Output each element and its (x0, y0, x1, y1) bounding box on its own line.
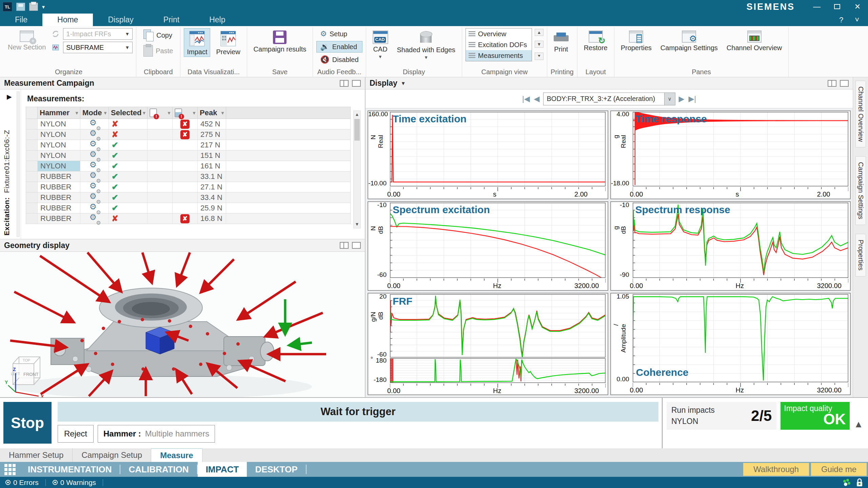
save-icon[interactable] (16, 3, 25, 11)
measurement-row[interactable]: NYLON⚙⚙✔151 N (26, 150, 351, 161)
collapse-bar-icon[interactable]: ▲ (854, 419, 866, 430)
measurement-row[interactable]: RUBBER⚙⚙✘✘16.8 N (26, 214, 351, 224)
measurement-row[interactable]: RUBBER⚙⚙✔27.1 N (26, 182, 351, 192)
maximize-button[interactable] (834, 4, 840, 9)
tab-file[interactable]: File (0, 14, 42, 26)
channel-overview-pane-button[interactable]: Channel Overview (724, 28, 785, 53)
maximize-panel-icon[interactable] (352, 80, 361, 87)
tab-display[interactable]: Display (93, 14, 148, 26)
workbook-grid-icon[interactable] (0, 462, 20, 477)
tab-campaign-setup[interactable]: Campaign Setup (73, 448, 151, 462)
selector-dropdown-icon[interactable]: ∨ (664, 93, 675, 105)
maximize-panel-icon[interactable] (840, 80, 849, 87)
collapse-ribbon-icon[interactable]: ˅ (855, 16, 859, 24)
column-header-overload-warning[interactable]: ▾ (147, 107, 173, 119)
section-combo[interactable]: SUBFRAME▼ (63, 42, 133, 53)
scroll-down-icon[interactable]: ▼ (535, 41, 544, 48)
audio-disabled-button[interactable]: 🔇 Disabled (316, 54, 362, 65)
minimize-button[interactable]: — (812, 2, 822, 11)
measurement-row[interactable]: NYLON⚙⚙✘✘452 N (26, 119, 351, 129)
copy-button[interactable]: Copy (140, 28, 177, 42)
dock-panel-icon[interactable] (340, 242, 349, 249)
close-button[interactable]: ✕ (852, 2, 863, 11)
expander-icon[interactable]: ▶ (7, 93, 12, 101)
selected-check-icon[interactable]: ✔ (112, 203, 118, 213)
selected-check-icon[interactable]: ✔ (112, 182, 118, 192)
last-function-button[interactable]: ▶| (688, 95, 697, 103)
section-impact[interactable]: IMPACT (198, 462, 247, 477)
tab-home[interactable]: Home (42, 14, 93, 26)
cad-button[interactable]: CAD ▼ (370, 28, 391, 61)
new-section-button[interactable]: + New Section (5, 28, 49, 52)
column-header-selected[interactable]: Selected▾ (109, 107, 147, 119)
measurement-row[interactable]: RUBBER⚙⚙✔33.4 N (26, 192, 351, 203)
properties-pane-button[interactable]: Properties (618, 28, 655, 53)
selected-cross-icon[interactable]: ✘ (112, 119, 118, 129)
column-header-mode[interactable]: Mode▾ (80, 107, 109, 119)
measurement-row[interactable]: RUBBER⚙⚙✔33.1 N (26, 171, 351, 182)
audio-setup-button[interactable]: ⚙ Setup (316, 28, 362, 40)
stop-button[interactable]: Stop (3, 402, 52, 444)
help-icon[interactable]: ? (839, 16, 843, 24)
hammer-field[interactable]: Hammer : Multiple hammers (98, 425, 215, 443)
function-selector[interactable]: BODY:FR_TRX_3:+Z (Acceleration) ∨ (543, 93, 675, 105)
scroll-up-icon[interactable]: ▲ (354, 111, 360, 118)
preview-view-button[interactable]: Preview (213, 28, 243, 57)
previous-function-button[interactable]: ◀ (533, 95, 540, 103)
dock-panel-icon[interactable] (828, 80, 836, 87)
first-function-button[interactable]: |◀ (521, 95, 531, 103)
measurement-row[interactable]: NYLON⚙⚙✘✘275 N (26, 129, 351, 140)
campaign-settings-pane-button[interactable]: Campaign Settings (657, 28, 721, 53)
column-header-quality-warning[interactable]: ▾ (173, 107, 198, 119)
audio-enabled-button[interactable]: 🔉 Enabled (316, 41, 362, 53)
selected-check-icon[interactable]: ✔ (112, 140, 118, 150)
walkthrough-button[interactable]: Walkthrough (743, 463, 809, 476)
next-function-button[interactable]: ▶ (678, 95, 685, 103)
measurement-row[interactable]: RUBBER⚙⚙✔25.9 N (26, 203, 351, 214)
guide-me-button[interactable]: Guide me (811, 463, 867, 476)
frf-section-combo[interactable]: 1-Impact FRFs▼ (63, 28, 133, 40)
print-button[interactable]: Print (551, 28, 572, 54)
table-scrollbar[interactable]: ▲ ▼ (353, 110, 361, 228)
selected-cross-icon[interactable]: ✘ (112, 130, 118, 139)
warnings-status[interactable]: 0 Warnings (51, 479, 97, 487)
dock-panel-icon[interactable] (340, 80, 349, 87)
campaign-results-button[interactable]: Campaign results (251, 28, 310, 54)
quick-access-dropdown-icon[interactable]: ▾ (42, 4, 45, 10)
reject-button[interactable]: Reject (58, 425, 94, 443)
display-dropdown-icon[interactable]: ▼ (401, 80, 406, 86)
shaded-with-edges-button[interactable]: Shaded with Edges ▼ (394, 28, 458, 61)
errors-status[interactable]: 0 Errors (4, 479, 40, 487)
section-calibration[interactable]: CALIBRATION (120, 462, 197, 477)
side-tab-properties[interactable]: Properties (855, 234, 866, 276)
tab-print[interactable]: Print (149, 14, 194, 26)
scroll-down-icon[interactable]: ▼ (354, 221, 360, 228)
geometry-3d-view[interactable]: TOP LEFT FRONT Z X Y (0, 252, 365, 397)
selected-check-icon[interactable]: ✔ (112, 193, 118, 202)
column-header-hammer[interactable]: Hammer▾ (38, 107, 80, 119)
impact-view-button[interactable]: Impact (184, 28, 210, 57)
section-desktop[interactable]: DESKTOP (247, 462, 305, 477)
scroll-last-icon[interactable]: ⯆ (535, 53, 544, 60)
section-instrumentation[interactable]: INSTRUMENTATION (20, 462, 120, 477)
tab-hammer-setup[interactable]: Hammer Setup (0, 448, 73, 462)
tab-help[interactable]: Help (194, 14, 240, 26)
paste-button[interactable]: Paste (140, 44, 177, 58)
selected-cross-icon[interactable]: ✘ (112, 214, 118, 223)
side-tab-channel-overview[interactable]: Channel Overview (855, 81, 866, 147)
measurement-row[interactable]: NYLON⚙⚙✔217 N (26, 140, 351, 150)
print-icon[interactable] (29, 3, 38, 11)
side-tab-campaign-settings[interactable]: Campaign Settings (855, 156, 866, 225)
restore-layout-button[interactable]: Restore (581, 28, 611, 53)
selected-check-icon[interactable]: ✔ (112, 161, 118, 171)
campaign-view-measurements[interactable]: Measurements (466, 50, 532, 61)
column-header-peak[interactable]: Peak▾ (198, 107, 226, 119)
scroll-up-icon[interactable]: ▲ (535, 29, 544, 36)
selected-check-icon[interactable]: ✔ (112, 151, 118, 160)
scrollbar-thumb[interactable] (354, 119, 360, 141)
selected-check-icon[interactable]: ✔ (112, 172, 118, 181)
tab-measure[interactable]: Measure (151, 448, 202, 462)
app-icon[interactable]: TL (3, 2, 12, 12)
campaign-view-excitation-dofs[interactable]: Excitation DOFs (466, 39, 532, 50)
campaign-view-overview[interactable]: Overview (466, 28, 532, 39)
